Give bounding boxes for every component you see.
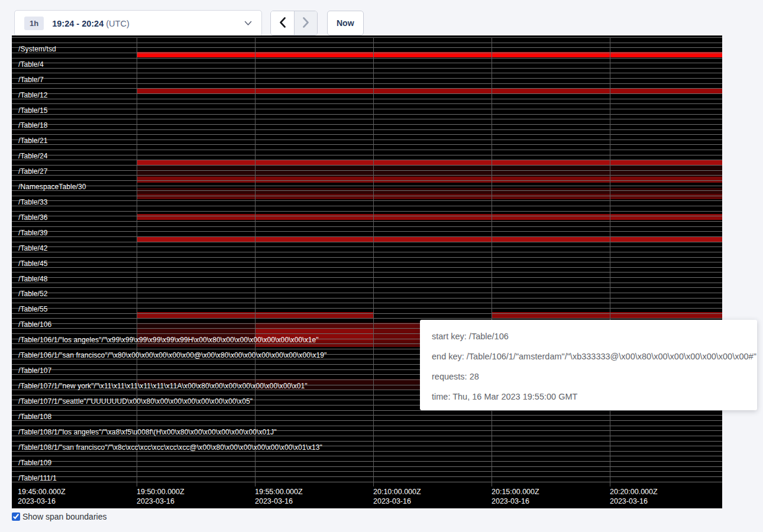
span-key-label: /Table/108 [18, 413, 51, 421]
span-key-label: /Table/109 [18, 459, 51, 467]
time-range-selector[interactable]: 1h 19:24 - 20:24 (UTC) [14, 10, 262, 37]
time-gridline [137, 37, 137, 486]
span-boundary-line [12, 129, 722, 130]
span-boundary-line [12, 37, 722, 38]
span-boundary-line [12, 63, 722, 63]
span-boundary-line [12, 43, 722, 43]
time-range-preset-badge: 1h [24, 17, 44, 30]
span-key-label: /Table/18 [18, 121, 48, 129]
time-gridline [373, 37, 374, 486]
span-boundary-line [12, 140, 722, 140]
tick-time: 19:50:00.000Z [137, 488, 185, 497]
time-axis-tick: 20:10:00.000Z2023-03-16 [373, 488, 421, 506]
chevron-right-icon [302, 17, 309, 30]
span-boundary-line [12, 78, 722, 79]
chevron-left-icon [279, 17, 286, 30]
span-boundary-line [12, 73, 722, 73]
span-boundary-line [12, 287, 722, 288]
tooltip-end-key: end key: /Table/106/1/"amsterdam"/"\xb33… [432, 346, 745, 366]
time-range-timezone: (UTC) [106, 19, 129, 28]
span-key-label: /Table/4 [18, 60, 44, 69]
show-span-boundaries-label: Show span boundaries [22, 512, 106, 521]
time-axis-tick: 20:15:00.000Z2023-03-16 [492, 488, 539, 506]
span-key-label: /Table/12 [18, 91, 48, 99]
tick-date: 2023-03-16 [18, 497, 66, 507]
span-boundary-line [12, 47, 722, 48]
span-boundary-line [12, 99, 722, 99]
span-key-label: /Table/42 [18, 244, 48, 252]
span-boundary-line [12, 226, 722, 227]
span-boundary-line [12, 303, 722, 303]
span-boundary-line [12, 283, 722, 283]
span-key-label: /Table/108/1/"los angeles"/"\xa8\xf5\u00… [18, 428, 277, 436]
span-key-label: /Table/27 [18, 167, 48, 176]
span-boundary-line [12, 461, 722, 462]
span-boundary-line [12, 88, 722, 89]
span-boundary-line [12, 293, 722, 293]
span-boundary-line [12, 242, 722, 242]
span-boundary-line [12, 114, 722, 115]
tick-date: 2023-03-16 [610, 497, 658, 507]
span-boundary-line [12, 58, 722, 59]
span-boundary-line [12, 200, 722, 201]
tooltip-time: time: Thu, 16 Mar 2023 19:55:00 GMT [432, 387, 745, 407]
span-boundary-line [12, 124, 722, 125]
span-boundary-line [12, 476, 722, 477]
span-key-label: /Table/107/1/"new york"/"\x11\x11\x11\x1… [18, 382, 308, 390]
tick-time: 19:45:00.000Z [18, 488, 66, 497]
span-key-label: /System/tsd [18, 45, 56, 53]
span-boundary-line [12, 206, 722, 206]
time-range-value: 19:24 - 20:24 [52, 19, 104, 28]
span-boundary-line [12, 150, 722, 150]
time-axis-tick: 19:55:00.000Z2023-03-16 [255, 488, 303, 506]
span-boundary-line [12, 441, 722, 442]
span-key-label: /Table/107/1/"seattle"/"UUUUUUD\x00\x80\… [18, 397, 253, 406]
span-boundary-line [12, 53, 722, 53]
span-key-label: /Table/48 [18, 275, 48, 283]
span-boundary-line [12, 211, 722, 212]
span-boundary-line [12, 180, 722, 181]
tick-time: 20:20:00.000Z [610, 488, 658, 497]
span-boundary-line [12, 272, 722, 273]
time-range-label: 19:24 - 20:24 (UTC) [52, 19, 130, 28]
key-visualizer-heatmap[interactable]: /System/tsd/Table/4/Table/7/Table/12/Tab… [12, 35, 722, 508]
span-boundary-line [12, 456, 722, 456]
span-boundary-line [12, 170, 722, 171]
span-boundary-line [12, 68, 722, 69]
show-span-boundaries-checkbox[interactable] [12, 512, 20, 521]
prev-range-button[interactable] [271, 11, 294, 35]
next-range-button[interactable] [294, 11, 317, 35]
span-boundary-line [12, 119, 722, 119]
span-boundary-line [12, 267, 722, 268]
span-boundary-line [12, 160, 722, 160]
time-gridline [610, 37, 610, 486]
span-key-label: /Table/39 [18, 229, 48, 237]
now-button[interactable]: Now [327, 11, 364, 35]
tick-date: 2023-03-16 [137, 497, 185, 507]
span-boundary-line [12, 236, 722, 237]
span-key-label: /Table/106/1/"san francisco"/"\x80\x00\x… [18, 351, 326, 359]
span-key-label: /Table/106/1/"los angeles"/"\x99\x99\x99… [18, 336, 319, 344]
span-key-label: /Table/108/1/"san francisco"/"\x8c\xcc\x… [18, 443, 322, 452]
span-boundary-line [12, 262, 722, 262]
span-boundary-line [12, 231, 722, 232]
span-key-label: /Table/36 [18, 213, 48, 222]
span-boundary-line [12, 257, 722, 258]
span-key-label: /Table/45 [18, 259, 48, 268]
span-key-label: /Table/55 [18, 305, 48, 313]
heat-band [137, 214, 722, 220]
range-nav-group [270, 11, 318, 35]
tooltip-start-key: start key: /Table/106 [432, 326, 745, 346]
heat-band [137, 177, 722, 183]
span-key-label: /Table/33 [18, 198, 48, 206]
show-span-boundaries-row: Show span boundaries [12, 512, 106, 521]
span-key-label: /NamespaceTable/30 [18, 183, 86, 191]
span-boundary-line [12, 246, 722, 247]
span-key-label: /Table/107 [18, 366, 51, 375]
span-key-label: /Table/7 [18, 76, 44, 84]
span-boundary-line [12, 134, 722, 135]
time-gridline [255, 37, 256, 486]
span-boundary-line [12, 318, 722, 319]
time-axis-tick: 20:20:00.000Z2023-03-16 [610, 488, 658, 506]
span-key-label: /Table/106 [18, 320, 51, 329]
